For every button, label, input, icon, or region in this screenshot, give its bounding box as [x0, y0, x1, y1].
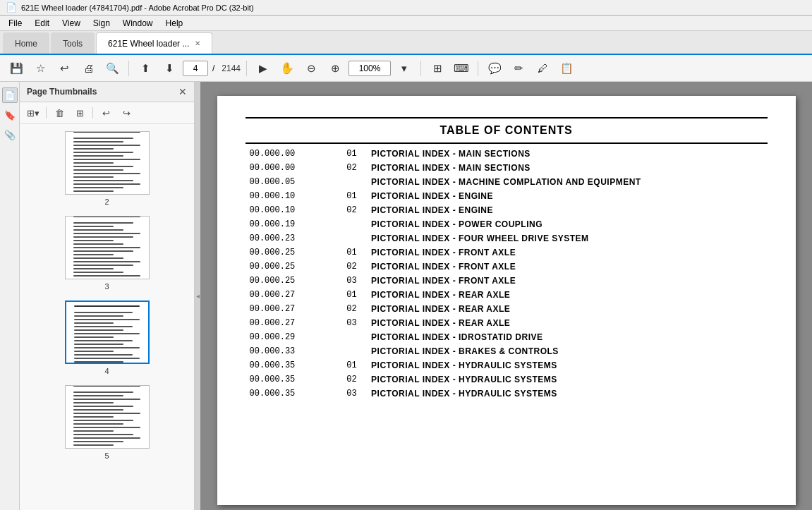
thumbnail-page-3[interactable]: 3	[65, 216, 150, 291]
sidebar-title: Page Thumbnails	[27, 87, 97, 97]
toc-label: PICTORIAL INDEX - FRONT AXLE	[367, 245, 767, 260]
toc-sub	[337, 330, 367, 344]
thumbnail-image-5	[65, 385, 150, 449]
sign-button[interactable]: 🖊	[532, 59, 553, 78]
bookmark-button[interactable]: ☆	[30, 59, 51, 78]
thumbnail-label-5: 5	[104, 451, 109, 460]
toc-code: 00.000.25	[246, 274, 337, 288]
rotate-ccw-button[interactable]: ↩	[97, 105, 115, 121]
next-page-button[interactable]: ⬇	[159, 59, 180, 78]
main-area: 📄 🔖 📎 Page Thumbnails ✕ ⊞▾ 🗑 ⊞ ↩ ↪	[0, 82, 812, 510]
tab-tools[interactable]: Tools	[51, 32, 95, 54]
toc-row: 00.000.3503PICTORIAL INDEX - HYDRAULIC S…	[246, 387, 768, 401]
menu-view[interactable]: View	[56, 17, 86, 30]
prev-page-button[interactable]: ⬆	[135, 59, 156, 78]
toc-label: PICTORIAL INDEX - REAR AXLE	[367, 316, 767, 330]
toc-code: 00.000.00	[246, 147, 337, 161]
toc-sub: 02	[337, 260, 367, 274]
attachments-panel-icon[interactable]: 📎	[2, 127, 18, 142]
print-button[interactable]: 🖨	[78, 59, 99, 78]
toc-row: 00.000.0002PICTORIAL INDEX - MAIN SECTIO…	[246, 161, 768, 175]
toc-label: PICTORIAL INDEX - MAIN SECTIONS	[367, 161, 767, 175]
toc-code: 00.000.35	[246, 372, 337, 387]
thumbnail-label-2: 2	[104, 198, 109, 206]
fit-page-button[interactable]: ⊞	[427, 59, 448, 78]
thumbnail-page-5[interactable]: 5	[65, 385, 150, 460]
toc-row: 00.000.2703PICTORIAL INDEX - REAR AXLE	[246, 316, 768, 330]
toc-code: 00.000.00	[246, 161, 337, 175]
thumbnail-view-button[interactable]: ⊞▾	[24, 105, 42, 121]
tab-document-label: 621E Wheel loader ...	[108, 39, 189, 49]
tab-home[interactable]: Home	[3, 32, 49, 54]
toc-label: PICTORIAL INDEX - FRONT AXLE	[367, 274, 767, 288]
toolbar: 💾 ☆ ↩ 🖨 🔍 ⬆ ⬇ 4 / 2144 ▶ ✋ ⊖ ⊕ 100% ▾ ⊞ …	[0, 55, 812, 82]
highlight-button[interactable]: ✏	[508, 59, 529, 78]
thumbnail-image-3	[65, 216, 150, 279]
tab-document[interactable]: 621E Wheel loader ... ✕	[96, 32, 212, 54]
thumbnails-panel: 2	[20, 124, 194, 510]
thumbnail-page-4[interactable]: 4	[65, 300, 150, 375]
bookmarks-panel-icon[interactable]: 🔖	[2, 107, 18, 123]
toc-sub: 01	[337, 288, 367, 302]
tab-close-button[interactable]: ✕	[195, 40, 200, 47]
scroll-mode-button[interactable]: ⌨	[451, 59, 472, 78]
toc-row: 00.000.05PICTORIAL INDEX - MACHINE COMPL…	[246, 175, 768, 189]
thumbnail-page-2[interactable]: 2	[65, 131, 150, 206]
sidebar-header: Page Thumbnails ✕	[20, 82, 194, 102]
thumbnails-panel-icon[interactable]: 📄	[2, 87, 18, 103]
toc-code: 00.000.10	[246, 203, 337, 217]
toc-label: PICTORIAL INDEX - MACHINE COMPLATION AND…	[367, 175, 767, 189]
menu-edit[interactable]: Edit	[29, 17, 55, 30]
toc-label: PICTORIAL INDEX - FRONT AXLE	[367, 260, 767, 274]
comment-button[interactable]: 💬	[484, 59, 505, 78]
sb-sep-1	[46, 107, 47, 119]
toc-row: 00.000.2702PICTORIAL INDEX - REAR AXLE	[246, 302, 768, 316]
tab-tools-label: Tools	[63, 39, 83, 49]
cursor-tool-button[interactable]: ▶	[253, 59, 274, 78]
toc-code: 00.000.23	[246, 231, 337, 245]
zoom-in-button[interactable]: ⊕	[325, 59, 346, 78]
toc-sub: 02	[337, 302, 367, 316]
toc-label: PICTORIAL INDEX - HYDRAULIC SYSTEMS	[367, 387, 767, 401]
toc-label: PICTORIAL INDEX - REAR AXLE	[367, 302, 767, 316]
sidebar-close-button[interactable]: ✕	[178, 86, 187, 97]
more-tools-button[interactable]: 📋	[556, 59, 577, 78]
left-icon-strip: 📄 🔖 📎	[0, 82, 20, 510]
menu-file[interactable]: File	[3, 17, 28, 30]
toc-row: 00.000.2502PICTORIAL INDEX - FRONT AXLE	[246, 260, 768, 274]
toc-code: 00.000.19	[246, 217, 337, 231]
toc-row: 00.000.3501PICTORIAL INDEX - HYDRAULIC S…	[246, 358, 768, 372]
resize-handle[interactable]: ◂	[195, 82, 200, 510]
page-number-input[interactable]: 4	[183, 61, 208, 76]
pdf-content-area[interactable]: TABLE OF CONTENTS 00.000.0001PICTORIAL I…	[200, 82, 812, 510]
back-button[interactable]: ↩	[54, 59, 75, 78]
hand-tool-button[interactable]: ✋	[277, 59, 298, 78]
toc-label: PICTORIAL INDEX - FOUR WHEEL DRIVE SYSTE…	[367, 231, 767, 245]
toc-row: 00.000.2501PICTORIAL INDEX - FRONT AXLE	[246, 245, 768, 260]
delete-page-button[interactable]: 🗑	[50, 105, 68, 121]
insert-page-button[interactable]: ⊞	[71, 105, 89, 121]
zoom-input[interactable]: 100%	[349, 61, 391, 76]
zoom-dropdown-button[interactable]: ▾	[394, 59, 415, 78]
menu-help[interactable]: Help	[160, 17, 189, 30]
toc-label: PICTORIAL INDEX - HYDRAULIC SYSTEMS	[367, 358, 767, 372]
thumbnail-label-3: 3	[104, 282, 109, 291]
toc-sub: 03	[337, 316, 367, 330]
toc-code: 00.000.25	[246, 260, 337, 274]
toc-sub: 02	[337, 372, 367, 387]
zoom-out-small-button[interactable]: 🔍	[102, 59, 123, 78]
toc-sub	[337, 344, 367, 358]
zoom-out-button[interactable]: ⊖	[301, 59, 322, 78]
page-separator: /	[212, 63, 214, 73]
toc-label: PICTORIAL INDEX - ENGINE	[367, 189, 767, 203]
sidebar-toolbar: ⊞▾ 🗑 ⊞ ↩ ↪	[20, 102, 194, 124]
toc-label: PICTORIAL INDEX - MAIN SECTIONS	[367, 147, 767, 161]
toc-row: 00.000.23PICTORIAL INDEX - FOUR WHEEL DR…	[246, 231, 768, 245]
menu-window[interactable]: Window	[117, 17, 159, 30]
save-button[interactable]: 💾	[6, 59, 27, 78]
toc-row: 00.000.2503PICTORIAL INDEX - FRONT AXLE	[246, 274, 768, 288]
rotate-cw-button[interactable]: ↪	[117, 105, 135, 121]
tab-bar: Home Tools 621E Wheel loader ... ✕	[0, 31, 812, 55]
toc-code: 00.000.10	[246, 189, 337, 203]
menu-sign[interactable]: Sign	[87, 17, 116, 30]
